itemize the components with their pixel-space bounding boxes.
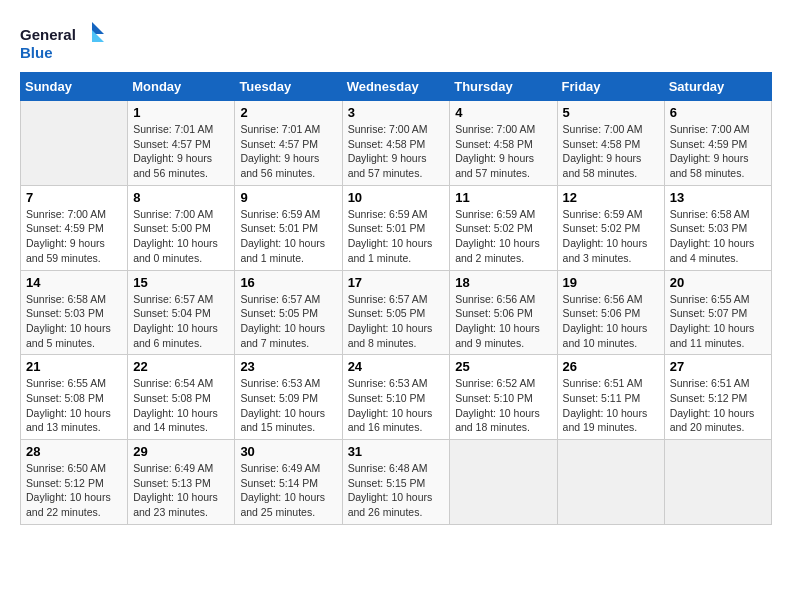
calendar-cell: 6Sunrise: 7:00 AM Sunset: 4:59 PM Daylig… xyxy=(664,101,771,186)
page-header: General Blue xyxy=(20,20,772,64)
logo-svg: General Blue xyxy=(20,20,110,64)
day-number: 10 xyxy=(348,190,445,205)
weekday-header: Wednesday xyxy=(342,73,450,101)
day-info: Sunrise: 7:00 AM Sunset: 4:59 PM Dayligh… xyxy=(26,207,122,266)
day-info: Sunrise: 6:57 AM Sunset: 5:05 PM Dayligh… xyxy=(348,292,445,351)
day-info: Sunrise: 6:53 AM Sunset: 5:09 PM Dayligh… xyxy=(240,376,336,435)
calendar-cell: 7Sunrise: 7:00 AM Sunset: 4:59 PM Daylig… xyxy=(21,185,128,270)
calendar-week-row: 21Sunrise: 6:55 AM Sunset: 5:08 PM Dayli… xyxy=(21,355,772,440)
day-info: Sunrise: 6:49 AM Sunset: 5:13 PM Dayligh… xyxy=(133,461,229,520)
weekday-header: Saturday xyxy=(664,73,771,101)
calendar-cell: 15Sunrise: 6:57 AM Sunset: 5:04 PM Dayli… xyxy=(128,270,235,355)
day-info: Sunrise: 6:58 AM Sunset: 5:03 PM Dayligh… xyxy=(670,207,766,266)
calendar-cell: 17Sunrise: 6:57 AM Sunset: 5:05 PM Dayli… xyxy=(342,270,450,355)
day-number: 20 xyxy=(670,275,766,290)
day-info: Sunrise: 6:52 AM Sunset: 5:10 PM Dayligh… xyxy=(455,376,551,435)
day-number: 25 xyxy=(455,359,551,374)
day-number: 18 xyxy=(455,275,551,290)
day-info: Sunrise: 6:59 AM Sunset: 5:01 PM Dayligh… xyxy=(240,207,336,266)
calendar-cell: 22Sunrise: 6:54 AM Sunset: 5:08 PM Dayli… xyxy=(128,355,235,440)
svg-text:Blue: Blue xyxy=(20,44,53,61)
day-number: 16 xyxy=(240,275,336,290)
day-info: Sunrise: 7:00 AM Sunset: 4:58 PM Dayligh… xyxy=(455,122,551,181)
day-info: Sunrise: 7:01 AM Sunset: 4:57 PM Dayligh… xyxy=(133,122,229,181)
day-number: 3 xyxy=(348,105,445,120)
day-number: 13 xyxy=(670,190,766,205)
weekday-header: Monday xyxy=(128,73,235,101)
calendar-cell: 10Sunrise: 6:59 AM Sunset: 5:01 PM Dayli… xyxy=(342,185,450,270)
calendar-cell: 19Sunrise: 6:56 AM Sunset: 5:06 PM Dayli… xyxy=(557,270,664,355)
calendar-cell: 20Sunrise: 6:55 AM Sunset: 5:07 PM Dayli… xyxy=(664,270,771,355)
day-number: 14 xyxy=(26,275,122,290)
calendar-cell: 24Sunrise: 6:53 AM Sunset: 5:10 PM Dayli… xyxy=(342,355,450,440)
day-info: Sunrise: 6:56 AM Sunset: 5:06 PM Dayligh… xyxy=(455,292,551,351)
day-info: Sunrise: 6:59 AM Sunset: 5:02 PM Dayligh… xyxy=(563,207,659,266)
weekday-header: Sunday xyxy=(21,73,128,101)
day-number: 15 xyxy=(133,275,229,290)
calendar-cell: 16Sunrise: 6:57 AM Sunset: 5:05 PM Dayli… xyxy=(235,270,342,355)
calendar-table: SundayMondayTuesdayWednesdayThursdayFrid… xyxy=(20,72,772,525)
day-number: 19 xyxy=(563,275,659,290)
day-info: Sunrise: 7:00 AM Sunset: 5:00 PM Dayligh… xyxy=(133,207,229,266)
calendar-cell: 5Sunrise: 7:00 AM Sunset: 4:58 PM Daylig… xyxy=(557,101,664,186)
calendar-cell: 4Sunrise: 7:00 AM Sunset: 4:58 PM Daylig… xyxy=(450,101,557,186)
day-info: Sunrise: 6:57 AM Sunset: 5:04 PM Dayligh… xyxy=(133,292,229,351)
calendar-cell: 23Sunrise: 6:53 AM Sunset: 5:09 PM Dayli… xyxy=(235,355,342,440)
day-info: Sunrise: 7:01 AM Sunset: 4:57 PM Dayligh… xyxy=(240,122,336,181)
day-number: 17 xyxy=(348,275,445,290)
calendar-cell: 18Sunrise: 6:56 AM Sunset: 5:06 PM Dayli… xyxy=(450,270,557,355)
day-info: Sunrise: 7:00 AM Sunset: 4:59 PM Dayligh… xyxy=(670,122,766,181)
day-info: Sunrise: 6:48 AM Sunset: 5:15 PM Dayligh… xyxy=(348,461,445,520)
day-number: 7 xyxy=(26,190,122,205)
calendar-cell xyxy=(450,440,557,525)
weekday-header: Thursday xyxy=(450,73,557,101)
day-info: Sunrise: 6:56 AM Sunset: 5:06 PM Dayligh… xyxy=(563,292,659,351)
calendar-cell: 2Sunrise: 7:01 AM Sunset: 4:57 PM Daylig… xyxy=(235,101,342,186)
day-info: Sunrise: 7:00 AM Sunset: 4:58 PM Dayligh… xyxy=(563,122,659,181)
calendar-cell: 27Sunrise: 6:51 AM Sunset: 5:12 PM Dayli… xyxy=(664,355,771,440)
day-info: Sunrise: 6:59 AM Sunset: 5:02 PM Dayligh… xyxy=(455,207,551,266)
day-number: 30 xyxy=(240,444,336,459)
day-number: 24 xyxy=(348,359,445,374)
day-info: Sunrise: 6:53 AM Sunset: 5:10 PM Dayligh… xyxy=(348,376,445,435)
day-info: Sunrise: 6:55 AM Sunset: 5:08 PM Dayligh… xyxy=(26,376,122,435)
day-number: 11 xyxy=(455,190,551,205)
calendar-cell xyxy=(664,440,771,525)
day-number: 28 xyxy=(26,444,122,459)
day-number: 2 xyxy=(240,105,336,120)
calendar-week-row: 1Sunrise: 7:01 AM Sunset: 4:57 PM Daylig… xyxy=(21,101,772,186)
svg-text:General: General xyxy=(20,26,76,43)
weekday-header: Tuesday xyxy=(235,73,342,101)
day-number: 1 xyxy=(133,105,229,120)
day-number: 4 xyxy=(455,105,551,120)
day-info: Sunrise: 6:57 AM Sunset: 5:05 PM Dayligh… xyxy=(240,292,336,351)
calendar-cell: 11Sunrise: 6:59 AM Sunset: 5:02 PM Dayli… xyxy=(450,185,557,270)
day-number: 22 xyxy=(133,359,229,374)
calendar-cell: 14Sunrise: 6:58 AM Sunset: 5:03 PM Dayli… xyxy=(21,270,128,355)
calendar-cell xyxy=(21,101,128,186)
day-number: 23 xyxy=(240,359,336,374)
calendar-week-row: 28Sunrise: 6:50 AM Sunset: 5:12 PM Dayli… xyxy=(21,440,772,525)
calendar-week-row: 14Sunrise: 6:58 AM Sunset: 5:03 PM Dayli… xyxy=(21,270,772,355)
calendar-cell: 12Sunrise: 6:59 AM Sunset: 5:02 PM Dayli… xyxy=(557,185,664,270)
day-info: Sunrise: 6:50 AM Sunset: 5:12 PM Dayligh… xyxy=(26,461,122,520)
calendar-cell: 28Sunrise: 6:50 AM Sunset: 5:12 PM Dayli… xyxy=(21,440,128,525)
day-info: Sunrise: 6:59 AM Sunset: 5:01 PM Dayligh… xyxy=(348,207,445,266)
calendar-cell: 31Sunrise: 6:48 AM Sunset: 5:15 PM Dayli… xyxy=(342,440,450,525)
day-number: 29 xyxy=(133,444,229,459)
day-number: 12 xyxy=(563,190,659,205)
day-info: Sunrise: 6:51 AM Sunset: 5:11 PM Dayligh… xyxy=(563,376,659,435)
day-info: Sunrise: 7:00 AM Sunset: 4:58 PM Dayligh… xyxy=(348,122,445,181)
day-number: 31 xyxy=(348,444,445,459)
day-info: Sunrise: 6:58 AM Sunset: 5:03 PM Dayligh… xyxy=(26,292,122,351)
calendar-cell: 13Sunrise: 6:58 AM Sunset: 5:03 PM Dayli… xyxy=(664,185,771,270)
day-number: 26 xyxy=(563,359,659,374)
day-number: 21 xyxy=(26,359,122,374)
day-info: Sunrise: 6:51 AM Sunset: 5:12 PM Dayligh… xyxy=(670,376,766,435)
calendar-cell: 30Sunrise: 6:49 AM Sunset: 5:14 PM Dayli… xyxy=(235,440,342,525)
calendar-week-row: 7Sunrise: 7:00 AM Sunset: 4:59 PM Daylig… xyxy=(21,185,772,270)
calendar-cell: 29Sunrise: 6:49 AM Sunset: 5:13 PM Dayli… xyxy=(128,440,235,525)
calendar-cell: 3Sunrise: 7:00 AM Sunset: 4:58 PM Daylig… xyxy=(342,101,450,186)
day-number: 5 xyxy=(563,105,659,120)
calendar-cell xyxy=(557,440,664,525)
